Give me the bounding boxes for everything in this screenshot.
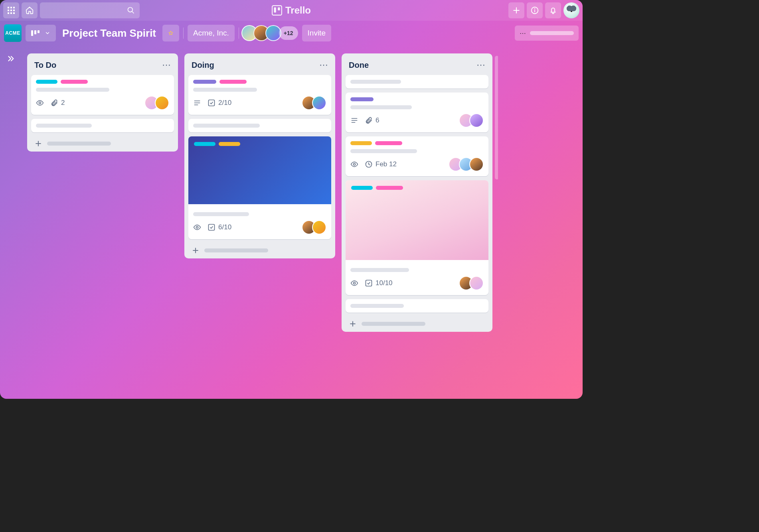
info-button[interactable] xyxy=(527,2,543,18)
list-title[interactable]: Doing xyxy=(192,61,214,70)
card[interactable]: 6 xyxy=(346,93,488,132)
card[interactable]: 2/10 xyxy=(188,75,331,115)
plus-icon xyxy=(34,140,42,148)
label-pink[interactable] xyxy=(376,186,403,190)
invite-button[interactable]: Invite xyxy=(302,25,331,41)
svg-rect-16 xyxy=(534,10,535,12)
description-badge xyxy=(350,116,358,124)
paperclip-icon xyxy=(365,116,373,124)
board-area: To Do ⋯ 2 xyxy=(0,45,583,399)
search-icon xyxy=(127,6,135,14)
list-title[interactable]: Done xyxy=(349,61,369,70)
list-todo[interactable]: To Do ⋯ 2 xyxy=(27,53,178,152)
label-pink[interactable] xyxy=(375,141,402,145)
user-avatar[interactable] xyxy=(563,2,579,18)
eye-icon xyxy=(36,99,44,107)
label-cyan[interactable] xyxy=(194,142,215,146)
label-purple[interactable] xyxy=(350,97,374,101)
chevron-down-icon xyxy=(45,30,50,36)
add-card-button[interactable] xyxy=(188,243,331,256)
due-date: Feb 12 xyxy=(376,160,397,168)
more-icon: ⋯ xyxy=(520,30,526,37)
trello-icon xyxy=(272,5,282,16)
home-icon xyxy=(25,6,34,15)
watch-badge xyxy=(36,99,44,107)
paperclip-icon xyxy=(50,99,58,107)
svg-point-20 xyxy=(39,102,41,104)
card[interactable] xyxy=(31,119,174,132)
card[interactable]: Feb 12 xyxy=(346,136,488,176)
member-avatar[interactable] xyxy=(312,96,326,110)
list-menu-button[interactable]: ⋯ xyxy=(162,60,171,70)
label-purple[interactable] xyxy=(193,80,216,84)
sidebar-expand[interactable] xyxy=(0,45,22,399)
member-avatar[interactable] xyxy=(312,220,326,234)
member-avatar[interactable] xyxy=(469,157,484,171)
label-pink[interactable] xyxy=(61,80,88,84)
svg-point-24 xyxy=(354,164,356,166)
label-cyan[interactable] xyxy=(351,186,373,190)
star-board-button[interactable] xyxy=(162,25,179,41)
list-title[interactable]: To Do xyxy=(34,61,56,70)
workspace-tile[interactable]: ACME xyxy=(4,24,22,42)
board-menu-button[interactable]: ⋯ xyxy=(515,26,579,41)
card-title-placeholder xyxy=(193,212,249,216)
svg-line-10 xyxy=(132,12,134,14)
search-input[interactable] xyxy=(40,2,140,18)
list-done[interactable]: Done ⋯ 6 xyxy=(342,53,492,332)
member-avatar[interactable] xyxy=(469,113,484,128)
add-card-button[interactable] xyxy=(31,136,174,149)
card[interactable] xyxy=(346,75,488,89)
create-button[interactable] xyxy=(508,2,524,18)
eye-icon xyxy=(350,279,358,287)
label-cyan[interactable] xyxy=(36,80,57,84)
attachment-badge: 2 xyxy=(50,99,65,107)
watch-badge xyxy=(350,279,358,287)
card-cover xyxy=(188,136,331,204)
board-view-switch[interactable] xyxy=(26,25,56,41)
board-members[interactable]: +12 xyxy=(243,25,298,41)
svg-rect-4 xyxy=(10,10,12,11)
separator xyxy=(239,28,239,39)
chevron-double-right-icon xyxy=(6,54,15,63)
org-button[interactable]: Acme, Inc. xyxy=(188,25,235,41)
list-menu-button[interactable]: ⋯ xyxy=(476,60,485,70)
member-avatar[interactable] xyxy=(469,276,484,290)
top-nav: Trello xyxy=(0,0,583,21)
svg-rect-19 xyxy=(38,30,40,33)
card[interactable]: 10/10 xyxy=(346,180,488,295)
home-button[interactable] xyxy=(22,2,38,18)
label-pink[interactable] xyxy=(219,80,247,84)
member-overflow[interactable]: +12 xyxy=(279,26,298,40)
attachment-count: 6 xyxy=(376,116,379,124)
svg-rect-5 xyxy=(13,10,15,11)
svg-rect-11 xyxy=(272,6,282,15)
member-avatar[interactable] xyxy=(155,96,169,110)
card[interactable]: 6/10 xyxy=(188,136,331,239)
checklist-icon xyxy=(208,223,215,231)
list-menu-button[interactable]: ⋯ xyxy=(319,60,328,70)
board-icon xyxy=(31,30,40,36)
card-title-placeholder xyxy=(193,124,260,128)
apps-menu-button[interactable] xyxy=(3,2,19,18)
svg-rect-13 xyxy=(278,7,280,10)
svg-point-22 xyxy=(196,227,198,229)
invite-label: Invite xyxy=(308,29,326,37)
placeholder-line xyxy=(47,142,111,146)
add-card-button[interactable] xyxy=(346,317,488,329)
card[interactable] xyxy=(346,299,488,313)
notifications-button[interactable] xyxy=(545,2,561,18)
list-doing[interactable]: Doing ⋯ 2/10 xyxy=(184,53,335,258)
lists-row[interactable]: To Do ⋯ 2 xyxy=(22,45,498,399)
svg-rect-6 xyxy=(8,12,9,14)
card[interactable] xyxy=(188,119,331,132)
board-title[interactable]: Project Team Spirit xyxy=(60,27,158,39)
description-icon xyxy=(350,116,358,124)
placeholder-line xyxy=(530,31,574,35)
svg-rect-8 xyxy=(13,12,15,14)
card[interactable]: 2 xyxy=(31,75,174,115)
svg-rect-21 xyxy=(209,100,215,106)
label-yellow[interactable] xyxy=(219,142,240,146)
plus-icon xyxy=(192,246,200,254)
label-yellow[interactable] xyxy=(350,141,372,145)
